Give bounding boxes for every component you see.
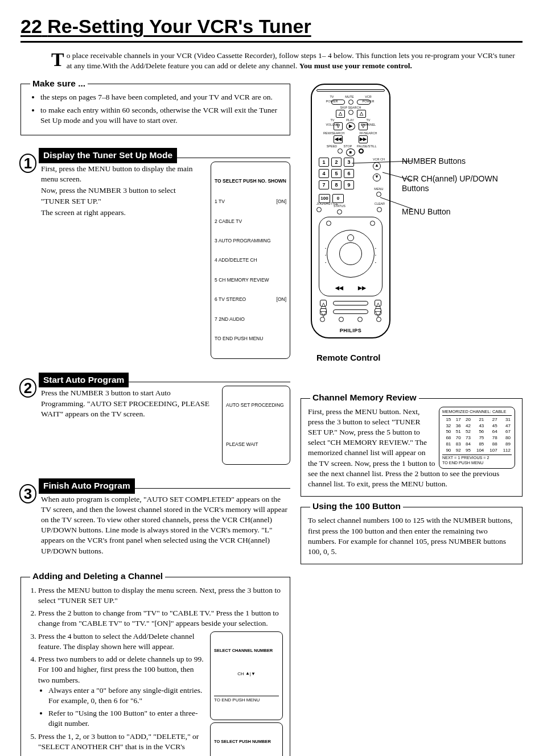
step-1-line-2: Now, press the NUMBER 3 button to select…	[41, 185, 205, 206]
dropcap: T	[51, 52, 67, 68]
lower-buttons: △ △ ▽ ▽	[320, 300, 381, 324]
speed-button[interactable]	[338, 148, 343, 154]
page-title: 22 Re-Setting Your VCR's Tuner	[20, 14, 523, 43]
tv-vcr-button[interactable]	[333, 309, 368, 314]
add-del-3: SELECT CHANNEL NUMBER CH ▲|▼ TO END PUSH…	[38, 631, 283, 652]
key-1[interactable]: 1	[319, 158, 329, 167]
tv-vol-down[interactable]: ▽	[334, 122, 343, 130]
vcr-ch-up[interactable]: ▲	[373, 162, 381, 170]
btn100-body: To select channel numbers 100 to 125 wit…	[308, 515, 515, 557]
menu-button[interactable]	[376, 192, 381, 197]
add-del-osd-b: TO SELECT PUSH NUMBER CH 12 1 ADD 2 DELE…	[210, 722, 283, 756]
aux-2[interactable]	[339, 317, 344, 322]
btn100-panel: Using the 100 Button To select channel n…	[301, 507, 523, 564]
add-del-osd-a: SELECT CHANNEL NUMBER CH ▲|▼ TO END PUSH…	[210, 631, 283, 720]
status-button[interactable]	[337, 209, 342, 214]
aux-3[interactable]	[357, 317, 363, 322]
step-3: 3 Finish Auto Program When auto program …	[20, 476, 290, 556]
intro-bold: You must use your remote control.	[299, 61, 412, 70]
timer-button[interactable]: △	[320, 300, 327, 307]
step-3-bar: Finish Auto Program	[39, 478, 135, 494]
make-sure-panel: Make sure ... the steps on pages 7–8 hav…	[20, 84, 290, 135]
step-1-line-1: First, press the MENU button to display …	[41, 164, 205, 184]
tv-power-button[interactable]	[331, 100, 345, 105]
callout-number-buttons: NUMBER Buttons	[402, 156, 523, 166]
skip-back-button[interactable]: △	[336, 110, 345, 118]
rec-button[interactable]	[333, 301, 368, 305]
vcr-ch-down[interactable]: ▼	[373, 173, 381, 181]
aux-4[interactable]	[376, 317, 381, 322]
display-button[interactable]: ▽	[375, 308, 381, 315]
mem-review-panel: Channel Memory Review MEMORIZED CHANNEL:…	[301, 398, 523, 497]
make-sure-title: Make sure ...	[30, 78, 88, 90]
step-3-number: 3	[19, 484, 36, 503]
add-del-1: Press the MENU button to display the men…	[38, 585, 283, 606]
add-del-2: Press the 2 button to change from "TV" t…	[38, 608, 283, 629]
jog-dot-r	[370, 221, 375, 226]
vcr-power-button[interactable]	[357, 100, 371, 105]
mem-review-title: Channel Memory Review	[310, 392, 419, 404]
step-2-osd: AUTO SET PROCEEDING PLEASE WAIT	[222, 386, 290, 464]
step-1-osd: TO SELECT PUSH NO. SHOWN 1 TV[ON] 2 CABL…	[211, 162, 290, 359]
key-9[interactable]: 9	[344, 180, 354, 189]
step-1-line-3: The screen at right appears.	[41, 208, 205, 218]
jog-toggle[interactable]	[316, 207, 322, 212]
key-5[interactable]: 5	[331, 169, 342, 178]
stop-button[interactable]: ■	[346, 148, 355, 156]
remote-diagram: TV POWER MUTE VCR POWER SKIP SEARCH △ △ …	[301, 84, 523, 338]
mute-button[interactable]	[348, 100, 353, 105]
key-3[interactable]: 3	[344, 158, 354, 167]
index-button[interactable]: ▽	[320, 308, 327, 315]
remote-caption: Remote Control	[316, 352, 523, 363]
add-delete-title: Adding and Deleting a Channel	[30, 571, 165, 583]
pause-button[interactable]	[359, 148, 364, 154]
callout-menu: MENU Button	[402, 207, 523, 217]
number-keypad: 1 2 3 4 5 6 7 8 9	[319, 158, 354, 189]
skip-search-button[interactable]	[348, 110, 353, 115]
key-7[interactable]: 7	[319, 180, 329, 189]
step-1-bar: Display the Tuner Set Up Mode	[39, 148, 177, 163]
key-6[interactable]: 6	[344, 169, 354, 178]
remote-outline: TV POWER MUTE VCR POWER SKIP SEARCH △ △ …	[311, 84, 390, 338]
ff-button[interactable]: ▶▶	[359, 135, 368, 143]
step-2-number: 2	[19, 378, 36, 398]
clear-button[interactable]	[377, 207, 382, 212]
step-2-line-1: Press the NUMBER 3 button to start Auto …	[41, 388, 216, 419]
callout-vcr-ch: VCR CH(annel) UP/DOWN Buttons	[402, 174, 523, 193]
jog-shuttle-area: ··· ··· ◀◀ ▶▶	[319, 217, 382, 296]
key-4[interactable]: 4	[319, 169, 329, 178]
jog-dot-l	[326, 221, 331, 226]
key-2[interactable]: 2	[331, 158, 342, 167]
program-button[interactable]: △	[375, 300, 381, 307]
add-delete-panel: Adding and Deleting a Channel Press the …	[20, 577, 290, 756]
aux-1[interactable]	[320, 317, 325, 322]
tv-ch-down[interactable]: ▽	[359, 122, 368, 130]
memorized-channel-box: MEMORIZED CHANNEL: CABLE 151720212731 32…	[439, 407, 515, 469]
intro-paragraph: T o place receivable channels in your VC…	[20, 51, 523, 71]
step-3-body: When auto program is complete, "AUTO SET…	[41, 494, 290, 556]
remote-brand: PHILIPS	[312, 327, 389, 334]
step-2: 2 Start Auto Program Press the NUMBER 3 …	[20, 370, 290, 465]
key-8[interactable]: 8	[331, 180, 342, 189]
step-1: 1 Display the Tuner Set Up Mode First, p…	[20, 146, 290, 359]
remote-callouts: NUMBER Buttons VCR CH(annel) UP/DOWN But…	[402, 156, 523, 224]
make-sure-item-1: the steps on pages 7–8 have been complet…	[40, 92, 283, 102]
ir-window	[316, 89, 385, 92]
play-button[interactable]: ▶	[346, 122, 355, 130]
intro-text: o place receivable channels in your VCR …	[67, 51, 515, 70]
btn100-title: Using the 100 Button	[310, 501, 403, 513]
rew-button[interactable]: ◀◀	[334, 135, 343, 143]
step-2-bar: Start Auto Program	[39, 373, 129, 388]
skip-fwd-button[interactable]: △	[357, 110, 366, 118]
step-1-number: 1	[19, 154, 36, 173]
make-sure-item-2: to make each entry within 60 seconds, ot…	[40, 105, 283, 126]
